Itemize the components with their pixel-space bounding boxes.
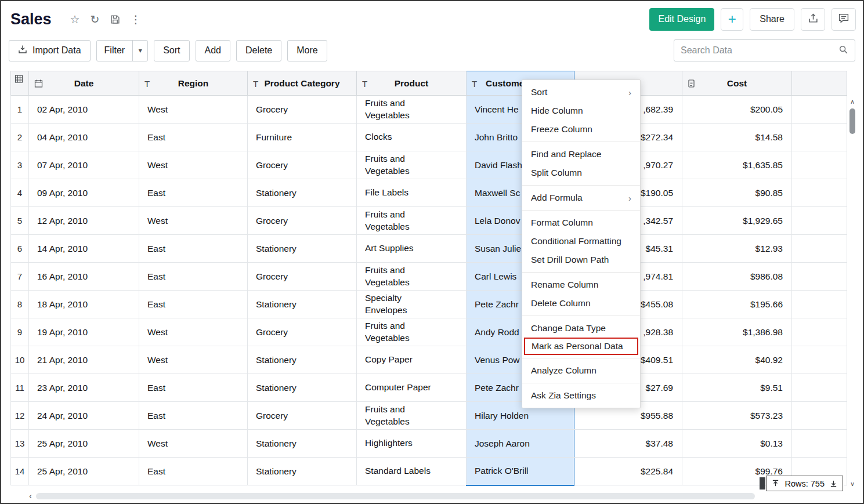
import-data-button[interactable]: Import Data — [9, 40, 91, 61]
cell-product[interactable]: Standard Labels — [357, 458, 467, 485]
cell-region[interactable]: East — [139, 235, 248, 263]
menu-item-add-formula[interactable]: Add Formula › — [522, 188, 640, 207]
cell-region[interactable]: East — [139, 291, 248, 318]
menu-item-sort[interactable]: Sort › — [522, 83, 640, 101]
cell-region[interactable]: East — [139, 124, 248, 151]
cell-empty[interactable] — [792, 346, 847, 374]
share-button[interactable]: Share — [750, 8, 794, 31]
cell-region[interactable]: East — [139, 263, 248, 291]
cell-region[interactable]: West — [139, 151, 248, 179]
save-icon[interactable] — [110, 14, 120, 24]
cell-category[interactable]: Stationery — [248, 179, 357, 207]
column-header-index[interactable] — [11, 71, 29, 96]
search-icon[interactable] — [838, 45, 848, 57]
scroll-left-icon[interactable]: ‹ — [29, 491, 32, 501]
menu-item-analyze-column[interactable]: Analyze Column — [522, 361, 640, 380]
cell-empty[interactable] — [792, 207, 847, 235]
column-header-product[interactable]: T Product — [357, 71, 467, 96]
cell-product[interactable]: Fruits and Vegetables — [357, 402, 467, 430]
menu-item-split-column[interactable]: Split Column — [522, 164, 640, 182]
cell-product[interactable]: Fruits and Vegetables — [357, 207, 467, 235]
cell-category[interactable]: Grocery — [248, 318, 357, 346]
cell-empty[interactable] — [792, 430, 847, 458]
cell-cost[interactable]: $0.13 — [682, 430, 792, 458]
scroll-up-icon[interactable]: ∧ — [850, 97, 855, 106]
cell-date[interactable]: 02 Apr, 2010 — [29, 96, 139, 124]
cell-category[interactable]: Stationery — [248, 430, 357, 458]
cell-region[interactable]: West — [139, 96, 248, 124]
favorite-star-icon[interactable]: ☆ — [70, 13, 80, 26]
cell-category[interactable]: Grocery — [248, 96, 357, 124]
cell-product[interactable]: Art Supplies — [357, 235, 467, 263]
cell-date[interactable]: 25 Apr, 2010 — [29, 430, 139, 458]
cell-cost[interactable]: $9.51 — [682, 374, 792, 402]
cell-sales[interactable]: $37.48 — [574, 430, 682, 458]
column-header-region[interactable]: T Region — [139, 71, 248, 96]
menu-item-mark-as-personal-data[interactable]: Mark as Personal Data — [524, 338, 638, 355]
add-button[interactable]: Add — [196, 40, 230, 61]
cell-date[interactable]: 04 Apr, 2010 — [29, 124, 139, 151]
cell-empty[interactable] — [792, 235, 847, 263]
cell-sales[interactable]: $225.84 — [574, 458, 682, 485]
cell-customer[interactable]: Patrick O'Brill — [467, 458, 574, 485]
cell-date[interactable]: 23 Apr, 2010 — [29, 374, 139, 402]
cell-product[interactable]: File Labels — [357, 179, 467, 207]
comments-button[interactable] — [832, 8, 856, 31]
sort-button[interactable]: Sort — [154, 40, 189, 61]
cell-date[interactable]: 18 Apr, 2010 — [29, 291, 139, 318]
horizontal-scroll-thumb[interactable] — [36, 493, 755, 499]
menu-item-find-and-replace[interactable]: Find and Replace — [522, 145, 640, 164]
cell-date[interactable]: 19 Apr, 2010 — [29, 318, 139, 346]
cell-region[interactable]: East — [139, 402, 248, 430]
cell-empty[interactable] — [792, 374, 847, 402]
cell-date[interactable]: 09 Apr, 2010 — [29, 179, 139, 207]
cell-cost[interactable]: $1,929.65 — [682, 207, 792, 235]
cell-category[interactable]: Grocery — [248, 207, 357, 235]
cell-cost[interactable]: $40.92 — [682, 346, 792, 374]
filter-button[interactable]: Filter — [97, 41, 133, 61]
refresh-icon[interactable]: ↻ — [91, 13, 100, 26]
menu-item-conditional-formatting[interactable]: Conditional Formatting — [522, 232, 640, 251]
jump-to-top-icon[interactable] — [772, 480, 779, 487]
cell-product[interactable]: Fruits and Vegetables — [357, 318, 467, 346]
column-header-date[interactable]: Date — [29, 71, 139, 96]
cell-region[interactable]: East — [139, 179, 248, 207]
cell-product[interactable]: Specialty Envelopes — [357, 291, 467, 318]
menu-item-hide-column[interactable]: Hide Column — [522, 101, 640, 120]
cell-region[interactable]: West — [139, 318, 248, 346]
filter-dropdown[interactable]: ▾ — [132, 41, 147, 61]
cell-cost[interactable]: $90.85 — [682, 179, 792, 207]
cell-cost[interactable]: $200.05 — [682, 96, 792, 124]
cell-category[interactable]: Furniture — [248, 124, 357, 151]
column-header-empty[interactable] — [792, 71, 847, 96]
cell-region[interactable]: East — [139, 374, 248, 402]
cell-category[interactable]: Stationery — [248, 374, 357, 402]
cell-category[interactable]: Stationery — [248, 235, 357, 263]
add-new-button[interactable]: + — [721, 8, 743, 31]
cell-empty[interactable] — [792, 179, 847, 207]
cell-date[interactable]: 14 Apr, 2010 — [29, 235, 139, 263]
horizontal-scrollbar[interactable]: ‹ — [29, 491, 755, 501]
cell-date[interactable]: 07 Apr, 2010 — [29, 151, 139, 179]
cell-date[interactable]: 25 Apr, 2010 — [29, 458, 139, 485]
menu-item-change-data-type[interactable]: Change Data Type — [522, 319, 640, 338]
column-header-cost[interactable]: Cost — [682, 71, 792, 96]
menu-item-freeze-column[interactable]: Freeze Column — [522, 120, 640, 139]
cell-category[interactable]: Stationery — [248, 458, 357, 485]
export-button[interactable] — [801, 8, 825, 31]
cell-product[interactable]: Computer Paper — [357, 374, 467, 402]
cell-cost[interactable]: $14.58 — [682, 124, 792, 151]
cell-cost[interactable]: $12.93 — [682, 235, 792, 263]
cell-category[interactable]: Grocery — [248, 151, 357, 179]
cell-region[interactable]: West — [139, 207, 248, 235]
menu-item-ask-zia-settings[interactable]: Ask Zia Settings — [522, 386, 640, 405]
cell-cost[interactable]: $986.08 — [682, 263, 792, 291]
cell-category[interactable]: Stationery — [248, 291, 357, 318]
cell-cost[interactable]: $1,386.98 — [682, 318, 792, 346]
cell-date[interactable]: 24 Apr, 2010 — [29, 402, 139, 430]
cell-customer[interactable]: Joseph Aaron — [467, 430, 574, 458]
delete-button[interactable]: Delete — [236, 40, 281, 61]
cell-category[interactable]: Grocery — [248, 263, 357, 291]
menu-item-delete-column[interactable]: Delete Column — [522, 294, 640, 313]
cell-date[interactable]: 21 Apr, 2010 — [29, 346, 139, 374]
